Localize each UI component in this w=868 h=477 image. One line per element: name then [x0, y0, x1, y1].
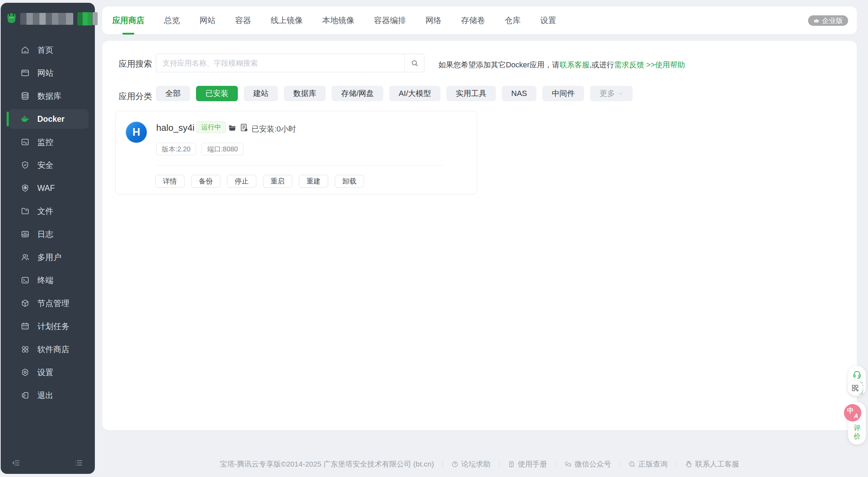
category-ai[interactable]: AI/大模型	[389, 86, 440, 101]
app-avatar: H	[126, 122, 147, 143]
sidebar-item-appstore[interactable]: 软件商店	[1, 338, 95, 361]
sidebar-item-docker[interactable]: Docker	[9, 109, 89, 129]
enterprise-badge[interactable]: 企业版	[808, 15, 848, 26]
translate-icon[interactable]: 中 A	[844, 404, 861, 422]
sidebar-item-label: 监控	[37, 137, 53, 148]
active-indicator	[7, 112, 9, 126]
sidebar-item-label: 首页	[37, 45, 53, 55]
backup-button[interactable]: 备份	[191, 175, 220, 188]
sidebar-item-logs[interactable]: 日志	[1, 223, 95, 246]
question-icon	[451, 461, 459, 468]
logout-door-icon	[21, 391, 30, 400]
feedback-link[interactable]: 需求反馈	[614, 61, 644, 69]
version-tag: 版本:2.20	[156, 143, 196, 155]
footer-divider	[676, 460, 677, 468]
search-input[interactable]	[156, 54, 405, 72]
manual-icon	[508, 461, 515, 468]
footer-divider	[443, 460, 443, 468]
help-text-mid: ,或进行	[590, 61, 614, 69]
category-label: 应用分类	[119, 91, 152, 102]
tab-website[interactable]: 网站	[199, 15, 216, 26]
tab-app-store[interactable]: 应用商店	[112, 15, 144, 26]
genuine-check-label: 正版查询	[639, 459, 668, 469]
app-log-icon[interactable]	[239, 123, 249, 132]
rebuild-button[interactable]: 重建	[299, 175, 328, 188]
tab-compose[interactable]: 容器编排	[374, 15, 406, 26]
forum-help-link[interactable]: 论坛求助	[451, 459, 491, 469]
usage-help-link[interactable]: >>使用帮助	[646, 61, 685, 69]
sidebar-item-cron[interactable]: 计划任务	[1, 315, 95, 338]
genuine-check-link[interactable]: 正版查询	[628, 459, 668, 469]
category-site[interactable]: 建站	[244, 86, 278, 101]
tab-overview[interactable]: 总览	[164, 15, 180, 26]
status-badge: 运行中	[196, 121, 226, 133]
category-all[interactable]: 全部	[156, 86, 190, 101]
forum-help-label: 论坛求助	[461, 459, 491, 469]
tab-settings[interactable]: 设置	[540, 15, 556, 26]
category-more-dropdown[interactable]: 更多	[590, 86, 633, 101]
chevron-down-icon	[618, 91, 623, 96]
app-store-panel: 应用搜索 如果您希望添加其它Docker应用，请联系客服,或进行需求反馈 >>使…	[102, 41, 857, 430]
sidebar-item-multiuser[interactable]: 多用户	[1, 246, 95, 269]
wechat-link[interactable]: 微信公众号	[564, 459, 611, 469]
category-tools[interactable]: 实用工具	[446, 86, 496, 101]
server-name-redacted	[20, 13, 73, 25]
open-folder-icon[interactable]	[228, 124, 236, 132]
manual-link[interactable]: 使用手册	[508, 459, 547, 469]
detail-button[interactable]: 详情	[155, 175, 184, 188]
tab-repository[interactable]: 仓库	[505, 15, 521, 26]
stop-button[interactable]: 停止	[227, 175, 256, 188]
category-middleware[interactable]: 中间件	[542, 86, 584, 101]
help-text: 如果您希望添加其它Docker应用，请联系客服,或进行需求反馈 >>使用帮助	[438, 60, 685, 70]
footer-divider	[556, 460, 556, 468]
help-text-before: 如果您希望添加其它Docker应用，请	[438, 61, 560, 69]
sidebar-item-waf[interactable]: WAF	[1, 177, 95, 200]
card-divider	[156, 165, 444, 166]
hand-support-icon	[685, 460, 693, 468]
page-footer: 宝塔-腾讯云专享版©2014-2025 广东堡塔安全技术有限公司 (bt.cn)…	[102, 459, 857, 469]
sidebar-item-website[interactable]: 网站	[1, 61, 95, 84]
search-button[interactable]	[405, 54, 424, 72]
collapse-sidebar-icon[interactable]	[12, 459, 20, 467]
redacted-block	[92, 12, 98, 25]
sidebar-item-logout[interactable]: 退出	[1, 384, 95, 407]
tab-local-images[interactable]: 本地镜像	[322, 15, 354, 26]
sidebar-item-nodes[interactable]: 节点管理	[1, 292, 95, 315]
sidebar-item-home[interactable]: 首页	[1, 38, 95, 61]
sidebar-item-terminal[interactable]: 终端	[1, 269, 95, 292]
customer-service-icon[interactable]	[852, 370, 862, 379]
enterprise-icon	[813, 17, 820, 24]
docker-tabbar: 应用商店 总览 网站 容器 线上镜像 本地镜像 容器编排 网络 存储卷 仓库 设…	[102, 7, 857, 34]
rate-label[interactable]: 评价	[854, 424, 861, 440]
logo	[6, 12, 92, 26]
tab-volumes[interactable]: 存储卷	[461, 15, 485, 26]
restart-button[interactable]: 重启	[263, 175, 292, 188]
manual-label: 使用手册	[518, 459, 547, 469]
sidebar-item-security[interactable]: 安全	[1, 154, 95, 177]
sidebar-item-monitor[interactable]: 监控	[1, 131, 95, 154]
installed-duration: 已安装:0小时	[251, 124, 296, 134]
cube-icon	[21, 299, 30, 308]
menu-list-icon[interactable]	[74, 459, 83, 467]
sidebar-item-label: 软件商店	[37, 344, 69, 355]
sidebar-item-database[interactable]: 数据库	[1, 84, 95, 107]
sidebar-item-settings[interactable]: 设置	[1, 361, 95, 384]
sidebar-item-files[interactable]: 文件	[1, 200, 95, 223]
terminal-icon	[21, 276, 30, 285]
baota-logo-icon	[6, 13, 17, 25]
category-storage[interactable]: 存储/网盘	[332, 86, 383, 101]
category-nas[interactable]: NAS	[502, 86, 536, 101]
tab-network[interactable]: 网络	[425, 15, 441, 26]
wechat-icon	[564, 460, 572, 468]
qr-code-icon[interactable]	[847, 380, 863, 396]
category-installed[interactable]: 已安装	[196, 86, 238, 101]
category-database[interactable]: 数据库	[284, 86, 326, 101]
search-label: 应用搜索	[119, 58, 152, 69]
tab-online-images[interactable]: 线上镜像	[271, 15, 303, 26]
sidebar-item-label: 节点管理	[37, 298, 69, 309]
tab-containers[interactable]: 容器	[235, 15, 251, 26]
contact-service-link[interactable]: 联系客服	[560, 61, 590, 69]
uninstall-button[interactable]: 卸载	[335, 175, 364, 188]
sidebar: 首页 网站 数据库 Docker 监控 安全 WAF 文件	[1, 3, 95, 474]
contact-support-link[interactable]: 联系人工客服	[685, 459, 739, 469]
